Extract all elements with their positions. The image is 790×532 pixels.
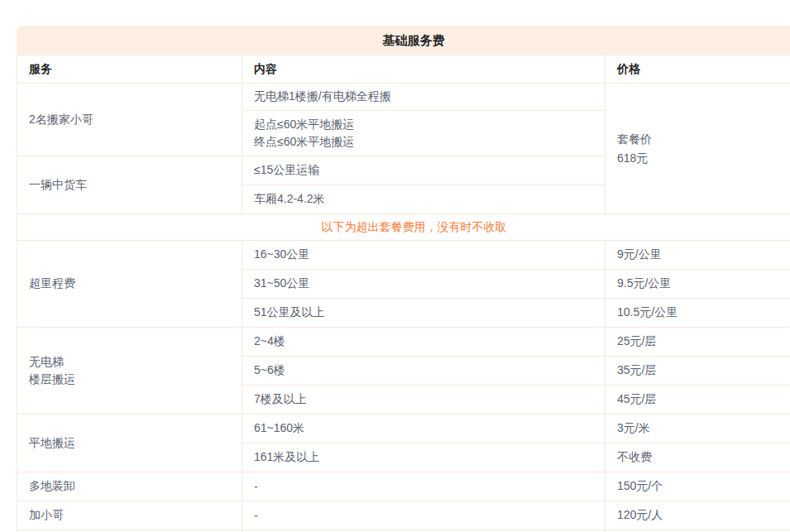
- service-cell-floors: 无电梯 楼层搬运: [17, 328, 242, 415]
- table-row: 多地装卸 - 150元/个: [17, 472, 790, 501]
- service-cell-truck: 一辆中货车: [17, 156, 242, 214]
- service-cell-multi-stop: 多地装卸: [17, 472, 242, 501]
- table-row: 加小哥 - 120元/人: [17, 501, 790, 530]
- price-cell: 不收费: [606, 443, 790, 472]
- table-row: 无电梯 楼层搬运 2~4楼 25元/层: [17, 328, 790, 357]
- content-cell: -: [242, 472, 606, 501]
- content-line: 终点≤60米平地搬运: [254, 133, 593, 151]
- column-header-content: 内容: [242, 55, 606, 84]
- note-row: 以下为超出套餐费用，没有时不收取: [17, 214, 790, 241]
- content-cell: ≤15公里运输: [242, 156, 606, 185]
- content-cell: 16~30公里: [242, 241, 606, 270]
- price-cell: 9元/公里: [606, 241, 790, 270]
- price-cell: 45元/层: [606, 386, 790, 415]
- content-line: 起点≤60米平地搬运: [254, 116, 593, 133]
- column-header-service: 服务: [17, 55, 242, 84]
- price-cell: 9.5元/公里: [606, 270, 790, 299]
- service-line: 楼层搬运: [29, 371, 230, 388]
- content-cell: 61~160米: [242, 415, 606, 443]
- service-line: 无电梯: [29, 353, 230, 371]
- table-row: 超里程费 16~30公里 9元/公里: [17, 241, 790, 270]
- price-cell-package: 套餐价 618元: [606, 84, 790, 214]
- package-price-value: 618元: [617, 149, 790, 168]
- service-cell-extra-mover: 加小哥: [17, 501, 242, 530]
- price-cell: 3元/米: [606, 415, 790, 443]
- content-cell: 7楼及以上: [242, 386, 606, 415]
- table-row: 平地搬运 61~160米 3元/米: [17, 415, 790, 443]
- price-cell: 35元/层: [606, 357, 790, 386]
- service-cell-movers: 2名搬家小哥: [17, 84, 242, 156]
- content-cell: 51公里及以上: [242, 299, 606, 328]
- price-cell: 150元/个: [606, 472, 790, 501]
- content-cell: 161米及以上: [242, 443, 606, 472]
- price-cell: 120元/人: [606, 501, 790, 530]
- basic-service-fee-card: 基础服务费 服务 内容 价格 2名搬家小哥 无电梯1楼搬/有电梯全程搬 套餐价 …: [17, 26, 790, 532]
- price-cell: 10.5元/公里: [606, 299, 790, 328]
- content-cell: 无电梯1楼搬/有电梯全程搬: [242, 84, 606, 111]
- price-cell: 25元/层: [606, 328, 790, 357]
- package-price-label: 套餐价: [617, 130, 790, 149]
- service-cell-flat: 平地搬运: [17, 415, 242, 472]
- content-cell: 车厢4.2-4.2米: [242, 185, 606, 214]
- table-header-row: 服务 内容 价格: [17, 55, 790, 84]
- content-cell: 5~6楼: [242, 357, 606, 386]
- price-table: 服务 内容 价格 2名搬家小哥 无电梯1楼搬/有电梯全程搬 套餐价 618元 起…: [17, 55, 790, 532]
- content-cell: 31~50公里: [242, 270, 606, 299]
- service-cell-mileage: 超里程费: [17, 241, 242, 328]
- card-title: 基础服务费: [17, 26, 790, 55]
- column-header-price: 价格: [606, 55, 790, 84]
- content-cell: -: [242, 501, 606, 530]
- table-row: 2名搬家小哥 无电梯1楼搬/有电梯全程搬 套餐价 618元: [17, 84, 790, 111]
- content-cell: 起点≤60米平地搬运 终点≤60米平地搬运: [242, 111, 606, 156]
- extra-fees-note: 以下为超出套餐费用，没有时不收取: [17, 214, 790, 241]
- content-cell: 2~4楼: [242, 328, 606, 357]
